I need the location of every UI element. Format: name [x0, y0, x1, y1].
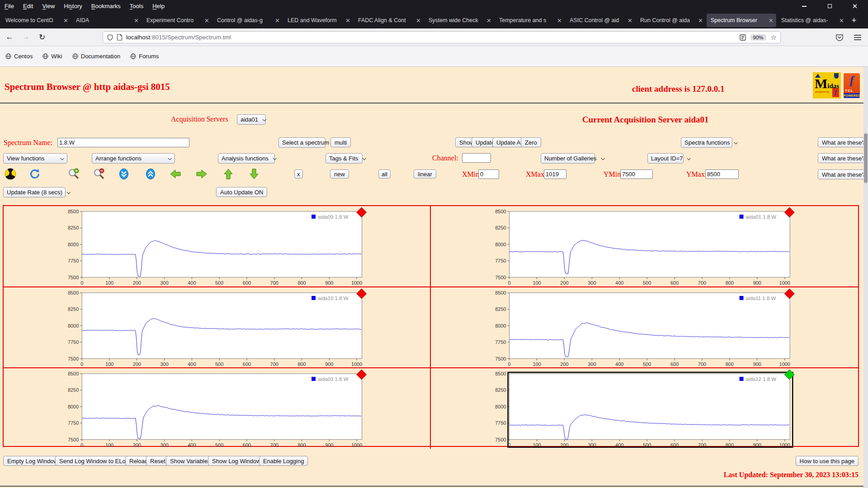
minimize-button[interactable]	[798, 2, 810, 11]
hamburger-menu-icon[interactable]	[854, 34, 862, 41]
number-of-galleries-dropdown[interactable]: Number of Galleries	[541, 153, 595, 164]
tab-led-and-waveform[interactable]: LED and Waveform✕	[283, 14, 353, 27]
empty-log-window-button[interactable]: Empty Log Window	[3, 456, 62, 466]
radiation-icon[interactable]	[5, 168, 16, 180]
tab-spectrum-browser[interactable]: Spectrum Browser✕	[707, 14, 776, 27]
close-window-button[interactable]: ✕	[849, 2, 861, 11]
arrow-right-icon[interactable]	[196, 168, 208, 180]
ymin-input[interactable]	[620, 169, 653, 179]
spectrum-panel-aida12[interactable]: 7500775080008250850001002003004005006007…	[431, 368, 858, 449]
page-scrollbar[interactable]	[863, 67, 868, 488]
menu-item-help[interactable]: Help	[148, 3, 169, 9]
bookmark-documentation[interactable]: Documentation	[72, 53, 120, 60]
arrow-left-icon[interactable]	[170, 168, 181, 180]
menu-item-tools[interactable]: Tools	[125, 3, 148, 9]
bookmark-star-icon[interactable]: ☆	[771, 33, 777, 42]
tab-system-wide-check[interactable]: System wide Check✕	[425, 14, 494, 27]
bookmark-forums[interactable]: Forums	[130, 53, 159, 60]
url-bar[interactable]: localhost:8015/Spectrum/Spectrum.tml 90%…	[103, 31, 781, 43]
multi-button[interactable]: multi	[330, 137, 351, 147]
menu-item-view[interactable]: View	[38, 3, 59, 9]
acquisition-server-select[interactable]: aida01	[237, 114, 266, 125]
zero-button[interactable]: Zero	[521, 137, 541, 147]
arrange-functions-dropdown[interactable]: Arrange functions	[92, 153, 175, 164]
xmax-input[interactable]	[544, 169, 566, 179]
tab-close-icon[interactable]: ✕	[275, 17, 280, 24]
menu-item-history[interactable]: History	[59, 3, 86, 9]
zoom-out-icon[interactable]	[93, 168, 105, 180]
menu-item-bookmarks[interactable]: Bookmarks	[87, 3, 125, 9]
spectrum-panel-aida09[interactable]: 7500775080008250850001002003004005006007…	[4, 206, 431, 287]
tab-temperature-and-s[interactable]: Temperature and s✕	[495, 14, 565, 27]
tab-close-icon[interactable]: ✕	[839, 17, 844, 24]
x-button[interactable]: x	[294, 169, 303, 178]
tab-control-aidas-g[interactable]: Control @ aidas-g✕	[213, 14, 283, 27]
send-log-window-to-elog-button[interactable]: Send Log Window to ELog	[55, 456, 133, 466]
menu-item-file[interactable]: File	[0, 3, 19, 9]
tab-close-icon[interactable]: ✕	[63, 17, 68, 24]
update-rate-dropdown[interactable]: Update Rate (8 secs)	[3, 187, 66, 197]
forward-icon[interactable]: →	[19, 31, 33, 43]
tab-close-icon[interactable]: ✕	[627, 17, 632, 24]
tab-close-icon[interactable]: ✕	[416, 17, 421, 24]
bookmark-centos[interactable]: Centos	[5, 53, 33, 60]
tab-aida[interactable]: AIDA✕	[72, 14, 142, 27]
collapse-up-icon[interactable]	[145, 168, 156, 180]
pocket-icon[interactable]	[835, 33, 844, 42]
what-are-these-button-2[interactable]: What are these?	[818, 153, 868, 163]
tab-close-icon[interactable]: ✕	[698, 17, 703, 24]
back-icon[interactable]: ←	[3, 31, 16, 43]
enable-logging-button[interactable]: Enable Logging	[259, 456, 308, 466]
how-to-use-button[interactable]: How to use this page	[796, 456, 859, 466]
svg-text:500: 500	[215, 361, 223, 366]
tab-close-icon[interactable]: ✕	[486, 17, 491, 24]
reload-icon[interactable]: ↻	[35, 31, 49, 43]
tab-experiment-contro[interactable]: Experiment Contro✕	[142, 14, 212, 27]
maximize-button[interactable]	[824, 2, 835, 11]
tab-close-icon[interactable]: ✕	[134, 17, 139, 24]
channel-input[interactable]	[462, 153, 491, 163]
auto-update-button[interactable]: Auto Update ON	[216, 187, 267, 197]
bookmark-wiki[interactable]: Wiki	[42, 53, 62, 60]
tab-asic-control-aid[interactable]: ASIC Control @ aid✕	[566, 14, 635, 27]
arrow-up-icon[interactable]	[222, 168, 234, 180]
tab-close-icon[interactable]: ✕	[557, 17, 562, 24]
show-log-window-button[interactable]: Show Log Window	[208, 456, 265, 466]
spectrum-panel-aida03[interactable]: 7500775080008250850001002003004005006007…	[4, 368, 431, 449]
tab-welcome-to-cento[interactable]: Welcome to CentO✕	[1, 14, 71, 27]
select-spectrum-dropdown[interactable]: Select a spectrum	[278, 137, 326, 148]
tab-statistics-aidas[interactable]: Statistics @ aidas-✕	[777, 14, 847, 27]
analysis-functions-dropdown[interactable]: Analysis functions	[218, 153, 275, 164]
tab-close-icon[interactable]: ✕	[769, 17, 774, 24]
spectrum-panel-aida10[interactable]: 7500775080008250850001002003004005006007…	[4, 287, 431, 369]
arrow-down-icon[interactable]	[248, 168, 260, 180]
what-are-these-button-3[interactable]: What are these?	[818, 169, 868, 179]
shield-icon[interactable]	[107, 34, 113, 41]
all-button[interactable]: all	[378, 169, 391, 178]
zoom-in-icon[interactable]	[68, 168, 80, 180]
view-functions-dropdown[interactable]: View functions	[3, 153, 67, 164]
layout-id-dropdown[interactable]: Layout ID=7	[647, 153, 684, 164]
tab-close-icon[interactable]: ✕	[204, 17, 209, 24]
reader-mode-icon[interactable]	[740, 34, 746, 41]
refresh-icon[interactable]	[29, 168, 41, 180]
spectrum-name-input[interactable]	[57, 138, 189, 147]
ymax-input[interactable]	[705, 169, 739, 179]
show-variables-button[interactable]: Show Variables	[166, 456, 214, 466]
spectrum-panel-aida01[interactable]: 7500775080008250850001002003004005006007…	[431, 206, 858, 287]
tab-run-control-aida[interactable]: Run Control @ aida✕	[636, 14, 706, 27]
tags-fits-dropdown[interactable]: Tags & Fits	[326, 153, 363, 164]
page-zoom-badge[interactable]: 90%	[750, 34, 766, 41]
menu-item-edit[interactable]: Edit	[19, 3, 38, 9]
collapse-down-icon[interactable]	[118, 168, 130, 180]
xmin-input[interactable]	[478, 169, 499, 179]
scrollbar-thumb[interactable]	[864, 133, 868, 183]
spectrum-panel-aida11[interactable]: 7500775080008250850001002003004005006007…	[431, 287, 858, 369]
tab-close-icon[interactable]: ✕	[345, 17, 350, 24]
linear-button[interactable]: linear	[414, 169, 436, 178]
new-tab-button[interactable]: +	[847, 14, 861, 27]
what-are-these-button-1[interactable]: What are these?	[818, 137, 868, 147]
spectra-functions-dropdown[interactable]: Spectra functions	[681, 137, 732, 148]
new-button[interactable]: new	[330, 169, 349, 178]
tab-fadc-align-cont[interactable]: FADC Align & Cont✕	[354, 14, 424, 27]
